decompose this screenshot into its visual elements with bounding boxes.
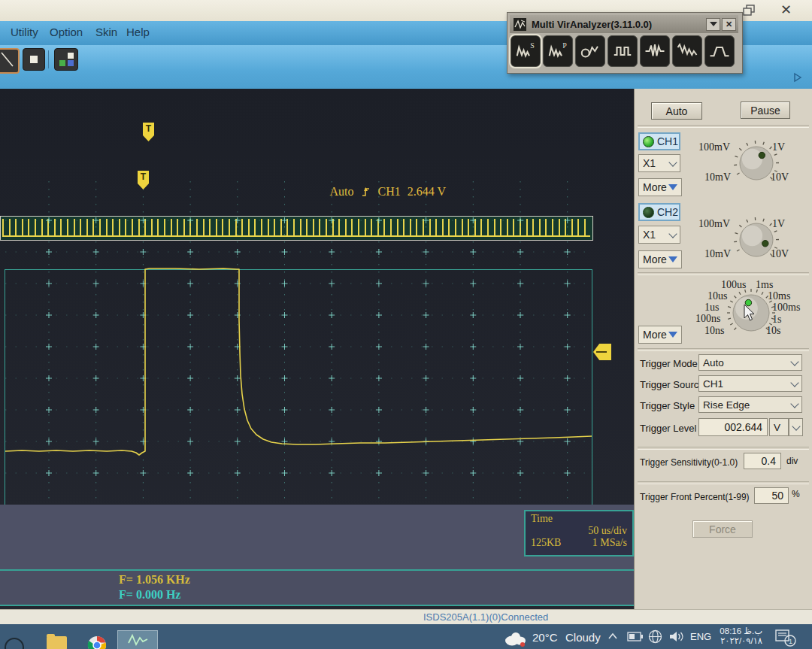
record-buffer: 125KB [531, 537, 561, 549]
weather-cloud-icon[interactable] [502, 630, 526, 647]
section-divider [638, 348, 809, 351]
ch2-led-icon [643, 207, 654, 218]
weather-condition[interactable]: Cloudy [565, 631, 601, 644]
square-wave-mode-icon[interactable] [607, 35, 638, 67]
chevron-down-icon [792, 422, 800, 430]
menu-skin[interactable]: Skin [95, 26, 117, 38]
menu-utility[interactable]: Utility [11, 26, 38, 38]
waveform-canvas [5, 181, 592, 503]
ch1-multiplier-select[interactable]: X1 [638, 154, 680, 172]
close-window-icon[interactable]: ✕ [780, 2, 792, 18]
language-indicator[interactable]: ENG [690, 631, 711, 642]
section-divider [638, 447, 809, 450]
trigger-level-input[interactable]: 002.644 [698, 418, 768, 436]
oscilloscope-app-screen: ✕ Utility Option Skin Help Capture 1 Pla… [0, 0, 812, 649]
trigger-sensitivity-input[interactable]: 0.4 [744, 453, 781, 469]
trigger-front-input[interactable]: 50 [754, 487, 789, 504]
trigger-level-unit-chevron[interactable] [789, 418, 803, 436]
time-panel-title: Time [531, 513, 627, 525]
ch2-multiplier-select[interactable]: X1 [638, 226, 680, 244]
ch2-frequency-readout: F= 0.000 Hz [119, 588, 180, 602]
clock[interactable]: 08:16 ب.ظ ۲۰۲۲/۰۹/۱۸ [713, 626, 762, 646]
trigger-style-select[interactable]: Rise Edge [698, 396, 802, 413]
trigger-front-label: Trigger Front Percent(1-99) [640, 492, 750, 502]
scan-mode-icon[interactable] [575, 35, 605, 67]
timebase-more-label: More [643, 329, 667, 341]
chevron-down-icon [790, 378, 798, 387]
trigger-sensitivity-value: 0.4 [762, 455, 776, 467]
toolbar-separator [48, 50, 49, 68]
taskbar-app-icon[interactable] [5, 638, 24, 649]
speaker-icon[interactable] [669, 630, 686, 643]
file-explorer-icon[interactable] [47, 636, 67, 649]
sample-rate: 1 MSa/s [592, 537, 627, 549]
pause-button[interactable]: Pause [741, 102, 790, 119]
chevron-down-icon [790, 357, 798, 365]
trigger-mode-select[interactable]: Auto [698, 354, 802, 371]
dropdown-arrow-icon [668, 256, 677, 262]
trigger-style-value: Rise Edge [703, 399, 750, 411]
notification-center-icon[interactable]: 1 [774, 629, 797, 647]
analyzer-close-button[interactable]: ✕ [722, 18, 736, 31]
burst-wave-mode-icon[interactable] [640, 35, 670, 67]
stop-icon[interactable] [23, 48, 45, 71]
svg-text:S: S [530, 41, 535, 50]
analyzer-title: Multi VirAnalyzer(3.11.0.0) [532, 19, 652, 30]
trigger-mode-value: Auto [703, 357, 724, 368]
toolbar-overflow-arrow-icon[interactable] [792, 72, 803, 83]
network-globe-icon[interactable] [648, 629, 662, 644]
sweep-single-mode-icon[interactable]: S [511, 35, 541, 67]
tray-expand-chevron-icon[interactable] [607, 632, 618, 640]
trigger-style-label: Trigger Style [640, 400, 695, 411]
ch1-frequency-readout: F= 1.056 KHz [119, 573, 190, 587]
analyzer-minimize-button[interactable] [706, 18, 720, 31]
timebase-more-dropdown[interactable]: More [638, 326, 682, 344]
chevron-down-icon [790, 399, 798, 408]
chevron-down-icon [668, 158, 677, 166]
frequency-panel: F= 1.056 KHz F= 0.000 Hz [0, 569, 634, 606]
chrome-icon[interactable] [87, 635, 107, 649]
auto-button[interactable]: Auto [651, 102, 702, 120]
active-scope-app-tile[interactable] [117, 630, 158, 649]
ch2-more-dropdown[interactable]: More [638, 250, 682, 268]
ch2-volts-knob[interactable] [715, 217, 798, 263]
line-tool-icon[interactable] [0, 48, 20, 74]
ch2-enable-toggle[interactable]: CH2 [638, 203, 680, 221]
ch1-volts-knob[interactable] [715, 140, 798, 187]
svg-text:1: 1 [789, 638, 792, 645]
analyzer-window: Multi VirAnalyzer(3.11.0.0) ✕ S P [507, 12, 743, 74]
trigger-source-select[interactable]: CH1 [698, 375, 802, 392]
ch1-enable-toggle[interactable]: CH1 [638, 132, 680, 150]
ch2-multiplier-value: X1 [643, 229, 656, 241]
damped-wave-mode-icon[interactable] [672, 35, 702, 67]
section-divider [638, 272, 809, 275]
trigger-source-label: Trigger Source [640, 379, 704, 390]
trigger-level-unit-select[interactable]: V [769, 418, 789, 436]
ch1-more-label: More [643, 181, 667, 193]
trapezoid-pulse-mode-icon[interactable] [704, 35, 735, 67]
layout-panels-icon[interactable] [54, 48, 78, 71]
device-connection-status: ISDS205A(1.1)(0)Connected [423, 611, 548, 623]
overview-trigger-marker[interactable]: T [143, 123, 154, 141]
ch1-more-dropdown[interactable]: More [638, 178, 682, 196]
trigger-sensitivity-label: Trigger Sensitivity(0-1.0) [640, 457, 738, 468]
analyzer-app-icon [514, 18, 526, 31]
menu-option[interactable]: Option [50, 26, 83, 38]
svg-text:P: P [562, 41, 567, 50]
restore-window-icon[interactable] [743, 5, 756, 17]
control-panel: Auto Pause CH1 X1 More 100mV 1V 10mV 10V… [634, 89, 812, 609]
trigger-level-value: 002.644 [724, 421, 762, 433]
weather-temperature[interactable]: 20°C [532, 631, 558, 644]
menu-help[interactable]: Help [126, 26, 150, 38]
scope-display-area: Auto CH1 2.644 V T T Time 50 us/div [0, 89, 634, 609]
ch2-label: CH2 [657, 206, 678, 218]
trigger-front-unit: % [792, 489, 800, 499]
trigger-level-marker[interactable] [593, 344, 611, 360]
battery-icon[interactable] [627, 632, 644, 641]
sweep-periodic-mode-icon[interactable]: P [543, 35, 573, 67]
time-per-div: 50 us/div [531, 525, 627, 537]
analyzer-titlebar[interactable]: Multi VirAnalyzer(3.11.0.0) ✕ [510, 15, 738, 33]
time-info-panel: Time 50 us/div 125KB 1 MSa/s [524, 510, 634, 557]
force-button[interactable]: Force [692, 520, 753, 538]
ch1-label: CH1 [657, 135, 678, 147]
